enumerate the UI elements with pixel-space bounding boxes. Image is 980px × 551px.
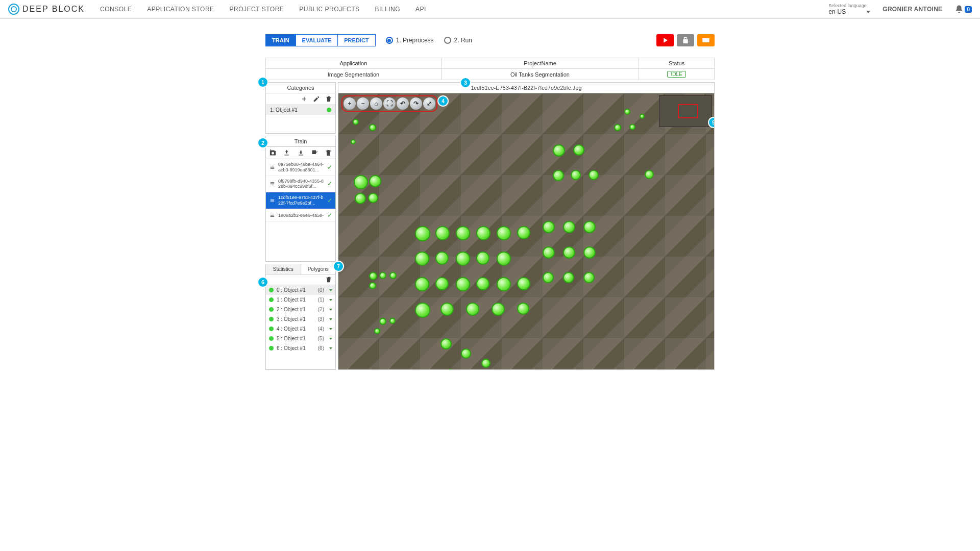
tank-annotation[interactable] xyxy=(583,246,596,259)
tank-annotation[interactable] xyxy=(645,170,654,179)
tab-train[interactable]: TRAIN xyxy=(266,35,296,46)
nav-console[interactable]: CONSOLE xyxy=(100,6,132,13)
tank-annotation[interactable] xyxy=(415,226,430,241)
tank-annotation[interactable] xyxy=(492,303,505,316)
tab-statistics[interactable]: Statistics xyxy=(266,264,301,274)
tank-annotation[interactable] xyxy=(563,246,575,259)
nav-project-store[interactable]: PROJECT STORE xyxy=(230,6,284,13)
notifications[interactable]: 0 xyxy=(954,5,972,14)
tank-annotation[interactable] xyxy=(583,272,595,283)
nav-public-projects[interactable]: PUBLIC PROJECTS xyxy=(299,6,359,13)
tank-annotation[interactable] xyxy=(624,109,630,115)
tank-annotation[interactable] xyxy=(379,318,386,325)
tank-annotation[interactable] xyxy=(355,193,366,204)
polygon-item[interactable]: 3 : Object #1(3) xyxy=(266,314,335,324)
category-item[interactable]: 1. Object #1 xyxy=(266,105,335,115)
download-icon[interactable] xyxy=(297,149,305,157)
tank-annotation[interactable] xyxy=(517,277,530,290)
tank-annotation[interactable] xyxy=(517,226,530,239)
tank-annotation[interactable] xyxy=(589,170,599,180)
tank-annotation[interactable] xyxy=(614,124,621,131)
nav-api[interactable]: API xyxy=(415,6,426,13)
tank-annotation[interactable] xyxy=(415,252,429,266)
delete-polygon-icon[interactable] xyxy=(325,276,332,283)
tank-annotation[interactable] xyxy=(354,175,368,189)
edit-icon[interactable] xyxy=(313,95,320,103)
language-selector[interactable]: Selected language en-US xyxy=(828,3,870,15)
tank-annotation[interactable] xyxy=(481,359,491,368)
tank-annotation[interactable] xyxy=(563,272,574,283)
train-item[interactable]: 0a75eb88-46ba-4a64-acb3-8919ea8801...✓ xyxy=(266,159,335,176)
tank-annotation[interactable] xyxy=(543,272,554,283)
train-item[interactable]: 1e09a2b2-e6e6-4a5e-✓ xyxy=(266,209,335,222)
zoom-in-button[interactable]: + xyxy=(344,97,356,110)
polygon-list[interactable]: 0 : Object #1(0)1 : Object #1(1)2 : Obje… xyxy=(266,285,335,369)
tank-annotation[interactable] xyxy=(573,144,584,156)
tank-annotation[interactable] xyxy=(369,282,376,289)
tank-annotation[interactable] xyxy=(440,303,454,316)
add-icon[interactable] xyxy=(301,95,308,103)
youtube-button[interactable] xyxy=(656,34,674,46)
tank-annotation[interactable] xyxy=(543,246,555,259)
tank-annotation[interactable] xyxy=(466,303,479,316)
keyboard-button[interactable] xyxy=(697,34,715,46)
nav-application-store[interactable]: APPLICATION STORE xyxy=(147,6,214,13)
add-image-icon[interactable] xyxy=(311,149,318,157)
nav-billing[interactable]: BILLING xyxy=(375,6,401,13)
upload-icon[interactable] xyxy=(283,149,290,157)
tank-annotation[interactable] xyxy=(456,226,470,240)
polygon-item[interactable]: 1 : Object #1(1) xyxy=(266,295,335,305)
tank-annotation[interactable] xyxy=(379,272,386,279)
train-item[interactable]: 0f9798fb-d940-4355-828b-894cc998f6f...✓ xyxy=(266,176,335,193)
train-list[interactable]: 0a75eb88-46ba-4a64-acb3-8919ea8801...✓0f… xyxy=(266,159,335,261)
tank-annotation[interactable] xyxy=(389,272,397,279)
tank-annotation[interactable] xyxy=(369,124,376,131)
fullscreen-button[interactable]: ⤢ xyxy=(423,97,435,110)
tank-annotation[interactable] xyxy=(497,252,511,266)
add-photo-icon[interactable] xyxy=(269,149,277,157)
tank-annotation[interactable] xyxy=(456,252,470,266)
tank-annotation[interactable] xyxy=(517,303,529,315)
tank-annotation[interactable] xyxy=(415,303,430,318)
brand-logo[interactable]: DEEP BLOCK xyxy=(8,4,85,15)
tank-annotation[interactable] xyxy=(435,277,449,290)
fit-button[interactable]: ⛶ xyxy=(383,97,396,110)
rotate-left-button[interactable]: ↶ xyxy=(397,97,409,110)
polygon-item[interactable]: 4 : Object #1(4) xyxy=(266,324,335,334)
delete-all-icon[interactable] xyxy=(325,149,332,157)
tank-annotation[interactable] xyxy=(476,252,489,265)
tank-annotation[interactable] xyxy=(353,119,359,125)
tank-annotation[interactable] xyxy=(461,348,471,359)
tank-annotation[interactable] xyxy=(456,277,470,291)
username[interactable]: GRONIER ANTOINE xyxy=(883,6,942,13)
tank-annotation[interactable] xyxy=(368,193,378,203)
rotate-right-button[interactable]: ↷ xyxy=(410,97,422,110)
tank-annotation[interactable] xyxy=(497,226,511,240)
home-button[interactable]: ⌂ xyxy=(370,97,382,110)
tank-annotation[interactable] xyxy=(640,114,645,119)
tank-annotation[interactable] xyxy=(563,221,575,233)
tab-polygons[interactable]: Polygons xyxy=(301,264,336,274)
polygon-item[interactable]: 0 : Object #1(0) xyxy=(266,285,335,295)
lock-button[interactable] xyxy=(677,34,694,46)
minimap[interactable] xyxy=(659,95,712,127)
tank-annotation[interactable] xyxy=(369,272,377,280)
tank-annotation[interactable] xyxy=(389,318,396,324)
zoom-out-button[interactable]: − xyxy=(357,97,369,110)
tank-annotation[interactable] xyxy=(543,221,555,233)
tank-annotation[interactable] xyxy=(553,144,565,157)
delete-icon[interactable] xyxy=(325,95,332,103)
tank-annotation[interactable] xyxy=(435,252,449,265)
tank-annotation[interactable] xyxy=(440,338,452,349)
tank-annotation[interactable] xyxy=(553,170,564,181)
polygon-item[interactable]: 6 : Object #1(6) xyxy=(266,343,335,353)
step-preprocess[interactable]: 1. Preprocess xyxy=(386,37,434,44)
tank-annotation[interactable] xyxy=(497,277,511,291)
tank-annotation[interactable] xyxy=(476,277,489,290)
tank-annotation[interactable] xyxy=(629,124,635,130)
tank-annotation[interactable] xyxy=(435,226,450,240)
tank-annotation[interactable] xyxy=(583,221,596,233)
tank-annotation[interactable] xyxy=(369,175,381,187)
tank-annotation[interactable] xyxy=(351,139,356,144)
tank-annotation[interactable] xyxy=(374,328,380,334)
